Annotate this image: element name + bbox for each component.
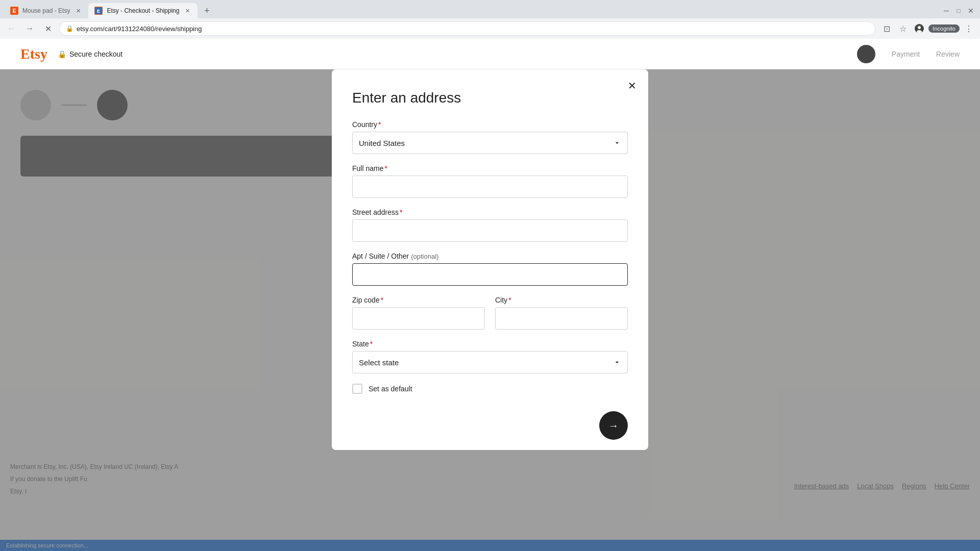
zip-label: Zip code* [352,296,485,304]
close-window-button[interactable]: ✕ [966,6,976,16]
state-required: * [370,340,373,348]
address-bar[interactable]: 🔒 etsy.com/cart/9131224080/review/shippi… [59,21,875,36]
country-label: Country* [352,120,628,129]
apt-group: Apt / Suite / Other (optional) [352,252,628,286]
zip-input[interactable] [352,307,485,330]
city-required: * [508,296,511,304]
submit-button[interactable]: → [599,411,628,440]
full-name-label: Full name* [352,164,628,172]
zip-required: * [381,296,383,304]
street-address-label: Street address* [352,208,628,216]
secure-lock-icon: 🔒 [58,50,66,58]
maximize-button[interactable]: □ [953,6,964,16]
state-label: State* [352,340,628,348]
etsy-logo: Etsy [20,46,47,62]
city-input[interactable] [495,307,628,330]
country-group: Country* United States Canada United Kin… [352,120,628,154]
incognito-badge[interactable]: Incognito [928,24,960,33]
apt-optional: (optional) [411,253,438,260]
menu-icon[interactable]: ⋮ [962,21,976,36]
secure-checkout-label: Secure checkout [69,50,122,58]
zip-city-row: Zip code* City* [352,296,628,340]
country-select[interactable]: United States Canada United Kingdom Aust… [352,132,628,154]
lock-icon: 🔒 [66,25,74,32]
etsy-header: Etsy 🔒 Secure checkout Payment Review [0,39,980,69]
full-name-group: Full name* [352,164,628,198]
default-label[interactable]: Set as default [369,385,412,393]
secure-checkout: 🔒 Secure checkout [58,50,122,58]
svg-text:E: E [13,8,16,14]
modal-overlay: ✕ Enter an address Country* United State… [0,69,980,551]
svg-point-6 [917,30,922,33]
apt-label: Apt / Suite / Other (optional) [352,252,628,260]
street-address-group: Street address* [352,208,628,242]
zip-group: Zip code* [352,296,485,330]
checkout-steps: Payment Review [857,45,960,63]
address-modal: ✕ Enter an address Country* United State… [332,69,648,450]
default-checkbox[interactable] [352,384,362,394]
tab-bar: E Mouse pad - Etsy ✕ E Etsy - Checkout -… [0,0,980,18]
modal-close-button[interactable]: ✕ [624,78,640,94]
city-group: City* [495,296,628,330]
default-checkbox-row: Set as default [352,384,628,394]
street-address-input[interactable] [352,219,628,242]
modal-title: Enter an address [352,90,628,106]
new-tab-button[interactable]: + [200,4,214,18]
svg-point-5 [918,26,921,29]
forward-button[interactable]: → [22,21,37,36]
apt-input[interactable] [352,263,628,286]
modal-footer: → [352,406,628,440]
svg-text:E: E [97,9,100,14]
address-text: etsy.com/cart/9131224080/review/shipping [77,25,869,33]
tab-close-1[interactable]: ✕ [74,7,82,15]
back-button[interactable]: ← [4,21,18,36]
tab-favicon-1: E [10,7,18,15]
minimize-button[interactable]: ─ [941,6,951,16]
tab-checkout[interactable]: E Etsy - Checkout - Shipping ✕ [88,3,198,18]
tab-title-2: Etsy - Checkout - Shipping [107,7,179,14]
full-name-required: * [384,164,387,172]
street-required: * [400,208,402,216]
bookmark-icon[interactable]: ☆ [896,21,910,36]
tab-close-2[interactable]: ✕ [183,7,191,15]
state-group: State* Select state Alabama Alaska Arizo… [352,340,628,373]
step-avatar [857,45,875,63]
step-review: Review [936,50,960,58]
tab-favicon-2: E [94,7,103,15]
browser-chrome: E Mouse pad - Etsy ✕ E Etsy - Checkout -… [0,0,980,39]
country-required: * [378,120,381,129]
tab-title-1: Mouse pad - Etsy [22,7,70,14]
city-label: City* [495,296,628,304]
profile-icon[interactable] [912,21,926,36]
reload-button[interactable]: ✕ [41,21,55,36]
tab-mousepad[interactable]: E Mouse pad - Etsy ✕ [4,3,88,18]
full-name-input[interactable] [352,176,628,198]
state-select[interactable]: Select state Alabama Alaska Arizona Cali… [352,351,628,373]
toolbar-icons: ⊡ ☆ Incognito ⋮ [879,21,976,36]
cast-icon[interactable]: ⊡ [879,21,894,36]
address-bar-row: ← → ✕ 🔒 etsy.com/cart/9131224080/review/… [0,18,980,39]
step-payment: Payment [892,50,920,58]
